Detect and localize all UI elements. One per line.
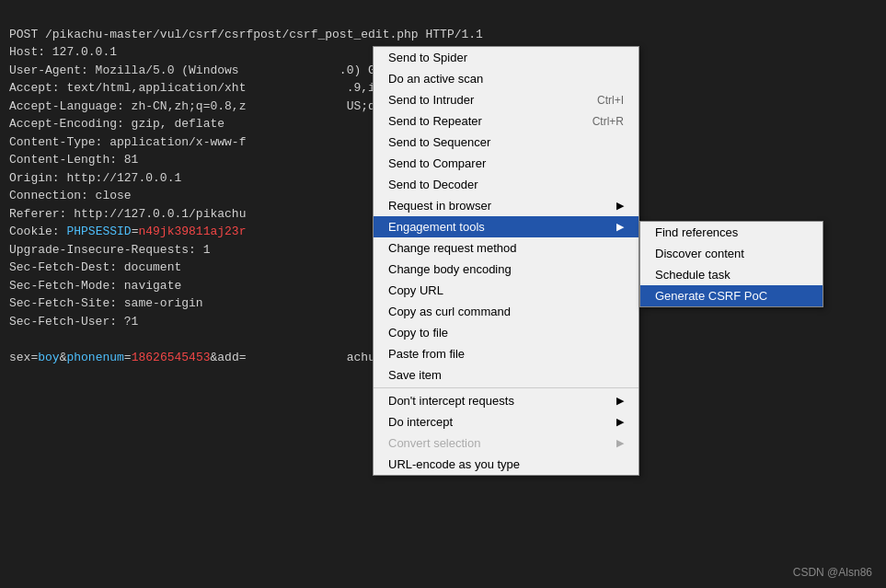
menu-item-do-intercept[interactable]: Do intercept ▶ (374, 411, 639, 432)
menu-label: Schedule task (655, 268, 731, 282)
submenu-engagement-tools: Find references Discover content Schedul… (639, 221, 823, 307)
menu-item-request-in-browser[interactable]: Request in browser ▶ (374, 195, 639, 216)
menu-item-change-request-method[interactable]: Change request method (374, 237, 639, 259)
menu-label: Save item (388, 368, 442, 382)
arrow-icon: ▶ (616, 221, 624, 233)
menu-item-send-to-spider[interactable]: Send to Spider (374, 47, 639, 68)
shortcut-intruder: Ctrl+I (597, 94, 624, 107)
menu-item-send-to-repeater[interactable]: Send to Repeater Ctrl+R (374, 110, 639, 132)
menu-label: Change body encoding (388, 262, 512, 276)
menu-label: Generate CSRF PoC (655, 289, 767, 303)
menu-item-schedule-task[interactable]: Schedule task (640, 264, 823, 285)
menu-label: Send to Intruder (388, 93, 474, 107)
menu-item-send-to-sequencer[interactable]: Send to Sequencer (374, 132, 639, 153)
menu-item-change-body-encoding[interactable]: Change body encoding (374, 259, 639, 280)
menu-item-copy-to-file[interactable]: Copy to file (374, 322, 639, 343)
arrow-icon: ▶ (616, 200, 624, 212)
menu-label: Send to Spider (388, 51, 467, 64)
menu-item-dont-intercept[interactable]: Don't intercept requests ▶ (374, 390, 639, 411)
menu-label: Convert selection (388, 436, 480, 450)
arrow-icon: ▶ (616, 437, 624, 449)
menu-item-engagement-tools[interactable]: Engagement tools ▶ (374, 216, 639, 237)
menu-label: Send to Repeater (388, 114, 482, 128)
watermark: CSDN @Alsn86 (793, 566, 872, 579)
menu-label: Request in browser (388, 199, 491, 213)
menu-item-find-references[interactable]: Find references (640, 222, 823, 243)
menu-label: Copy as curl command (388, 305, 511, 318)
menu-separator (374, 387, 639, 388)
menu-label: URL-encode as you type (388, 457, 520, 471)
menu-label: Change request method (388, 241, 516, 255)
menu-label: Engagement tools (388, 220, 485, 234)
menu-item-send-to-decoder[interactable]: Send to Decoder (374, 174, 639, 195)
menu-label: Don't intercept requests (388, 394, 514, 408)
menu-item-url-encode[interactable]: URL-encode as you type (374, 454, 639, 475)
menu-item-paste-from-file[interactable]: Paste from file (374, 343, 639, 364)
menu-item-send-to-comparer[interactable]: Send to Comparer (374, 153, 639, 174)
arrow-icon: ▶ (616, 416, 624, 428)
menu-label: Send to Sequencer (388, 135, 490, 149)
menu-item-active-scan[interactable]: Do an active scan (374, 68, 639, 89)
menu-label: Do intercept (388, 415, 453, 429)
menu-item-discover-content[interactable]: Discover content (640, 243, 823, 264)
arrow-icon: ▶ (616, 395, 624, 407)
menu-item-copy-as-curl[interactable]: Copy as curl command (374, 301, 639, 322)
menu-label: Paste from file (388, 347, 465, 361)
menu-label: Do an active scan (388, 72, 483, 86)
menu-item-copy-url[interactable]: Copy URL (374, 280, 639, 301)
menu-label: Copy URL (388, 283, 443, 297)
menu-item-save-item[interactable]: Save item (374, 364, 639, 386)
menu-item-convert-selection: Convert selection ▶ (374, 432, 639, 454)
menu-label: Send to Comparer (388, 156, 486, 170)
menu-label: Discover content (655, 247, 744, 260)
menu-label: Copy to file (388, 326, 448, 340)
menu-item-send-to-intruder[interactable]: Send to Intruder Ctrl+I (374, 89, 639, 110)
menu-item-generate-csrf-poc[interactable]: Generate CSRF PoC (640, 285, 823, 306)
menu-label: Send to Decoder (388, 178, 478, 191)
menu-label: Find references (655, 225, 738, 239)
context-menu: Send to Spider Do an active scan Send to… (373, 46, 639, 476)
shortcut-repeater: Ctrl+R (593, 115, 624, 128)
